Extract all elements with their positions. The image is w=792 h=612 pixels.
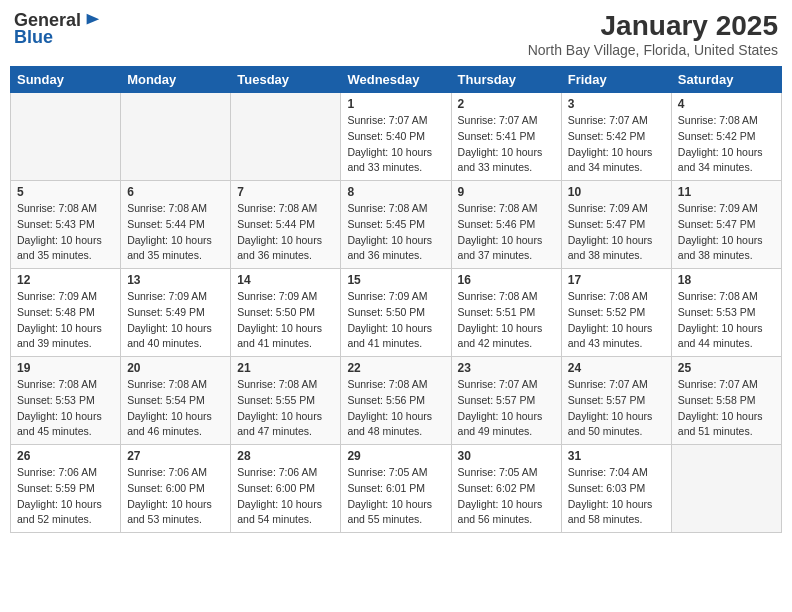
weekday-header-row: SundayMondayTuesdayWednesdayThursdayFrid… <box>11 67 782 93</box>
day-info: Sunrise: 7:06 AMSunset: 5:59 PMDaylight:… <box>17 465 114 528</box>
weekday-header-tuesday: Tuesday <box>231 67 341 93</box>
day-number: 24 <box>568 361 665 375</box>
calendar-cell: 16Sunrise: 7:08 AMSunset: 5:51 PMDayligh… <box>451 269 561 357</box>
day-number: 6 <box>127 185 224 199</box>
day-info: Sunrise: 7:08 AMSunset: 5:44 PMDaylight:… <box>127 201 224 264</box>
day-number: 30 <box>458 449 555 463</box>
calendar-cell: 24Sunrise: 7:07 AMSunset: 5:57 PMDayligh… <box>561 357 671 445</box>
calendar-cell: 18Sunrise: 7:08 AMSunset: 5:53 PMDayligh… <box>671 269 781 357</box>
day-info: Sunrise: 7:09 AMSunset: 5:49 PMDaylight:… <box>127 289 224 352</box>
day-number: 25 <box>678 361 775 375</box>
calendar-cell: 11Sunrise: 7:09 AMSunset: 5:47 PMDayligh… <box>671 181 781 269</box>
day-info: Sunrise: 7:09 AMSunset: 5:47 PMDaylight:… <box>568 201 665 264</box>
day-number: 31 <box>568 449 665 463</box>
day-number: 2 <box>458 97 555 111</box>
calendar-cell: 17Sunrise: 7:08 AMSunset: 5:52 PMDayligh… <box>561 269 671 357</box>
calendar-cell: 21Sunrise: 7:08 AMSunset: 5:55 PMDayligh… <box>231 357 341 445</box>
day-info: Sunrise: 7:09 AMSunset: 5:47 PMDaylight:… <box>678 201 775 264</box>
day-number: 16 <box>458 273 555 287</box>
calendar-cell <box>231 93 341 181</box>
title-block: January 2025 North Bay Village, Florida,… <box>528 10 778 58</box>
calendar-cell: 31Sunrise: 7:04 AMSunset: 6:03 PMDayligh… <box>561 445 671 533</box>
calendar-cell: 5Sunrise: 7:08 AMSunset: 5:43 PMDaylight… <box>11 181 121 269</box>
calendar-cell: 13Sunrise: 7:09 AMSunset: 5:49 PMDayligh… <box>121 269 231 357</box>
calendar-cell <box>11 93 121 181</box>
calendar-cell: 3Sunrise: 7:07 AMSunset: 5:42 PMDaylight… <box>561 93 671 181</box>
day-info: Sunrise: 7:08 AMSunset: 5:54 PMDaylight:… <box>127 377 224 440</box>
day-info: Sunrise: 7:05 AMSunset: 6:02 PMDaylight:… <box>458 465 555 528</box>
logo-flag-icon <box>83 12 101 30</box>
day-number: 4 <box>678 97 775 111</box>
page-header: General Blue January 2025 North Bay Vill… <box>10 10 782 58</box>
day-info: Sunrise: 7:09 AMSunset: 5:50 PMDaylight:… <box>237 289 334 352</box>
day-number: 18 <box>678 273 775 287</box>
calendar-cell: 7Sunrise: 7:08 AMSunset: 5:44 PMDaylight… <box>231 181 341 269</box>
calendar-cell: 20Sunrise: 7:08 AMSunset: 5:54 PMDayligh… <box>121 357 231 445</box>
calendar-cell: 27Sunrise: 7:06 AMSunset: 6:00 PMDayligh… <box>121 445 231 533</box>
day-info: Sunrise: 7:07 AMSunset: 5:40 PMDaylight:… <box>347 113 444 176</box>
day-number: 3 <box>568 97 665 111</box>
day-info: Sunrise: 7:08 AMSunset: 5:45 PMDaylight:… <box>347 201 444 264</box>
day-number: 23 <box>458 361 555 375</box>
day-number: 11 <box>678 185 775 199</box>
weekday-header-saturday: Saturday <box>671 67 781 93</box>
day-number: 9 <box>458 185 555 199</box>
calendar-cell: 9Sunrise: 7:08 AMSunset: 5:46 PMDaylight… <box>451 181 561 269</box>
day-number: 21 <box>237 361 334 375</box>
calendar-cell: 25Sunrise: 7:07 AMSunset: 5:58 PMDayligh… <box>671 357 781 445</box>
day-number: 10 <box>568 185 665 199</box>
day-info: Sunrise: 7:09 AMSunset: 5:50 PMDaylight:… <box>347 289 444 352</box>
day-info: Sunrise: 7:08 AMSunset: 5:55 PMDaylight:… <box>237 377 334 440</box>
calendar-cell: 14Sunrise: 7:09 AMSunset: 5:50 PMDayligh… <box>231 269 341 357</box>
calendar-cell: 2Sunrise: 7:07 AMSunset: 5:41 PMDaylight… <box>451 93 561 181</box>
calendar-week-row: 5Sunrise: 7:08 AMSunset: 5:43 PMDaylight… <box>11 181 782 269</box>
weekday-header-wednesday: Wednesday <box>341 67 451 93</box>
calendar-cell: 28Sunrise: 7:06 AMSunset: 6:00 PMDayligh… <box>231 445 341 533</box>
day-number: 8 <box>347 185 444 199</box>
day-number: 26 <box>17 449 114 463</box>
calendar-cell: 22Sunrise: 7:08 AMSunset: 5:56 PMDayligh… <box>341 357 451 445</box>
day-info: Sunrise: 7:08 AMSunset: 5:52 PMDaylight:… <box>568 289 665 352</box>
day-number: 20 <box>127 361 224 375</box>
day-info: Sunrise: 7:08 AMSunset: 5:44 PMDaylight:… <box>237 201 334 264</box>
calendar-subtitle: North Bay Village, Florida, United State… <box>528 42 778 58</box>
calendar-cell: 19Sunrise: 7:08 AMSunset: 5:53 PMDayligh… <box>11 357 121 445</box>
day-number: 28 <box>237 449 334 463</box>
calendar-week-row: 12Sunrise: 7:09 AMSunset: 5:48 PMDayligh… <box>11 269 782 357</box>
day-number: 7 <box>237 185 334 199</box>
calendar-cell: 4Sunrise: 7:08 AMSunset: 5:42 PMDaylight… <box>671 93 781 181</box>
day-number: 19 <box>17 361 114 375</box>
day-info: Sunrise: 7:08 AMSunset: 5:53 PMDaylight:… <box>678 289 775 352</box>
calendar-table: SundayMondayTuesdayWednesdayThursdayFrid… <box>10 66 782 533</box>
weekday-header-monday: Monday <box>121 67 231 93</box>
calendar-title: January 2025 <box>528 10 778 42</box>
weekday-header-sunday: Sunday <box>11 67 121 93</box>
calendar-cell: 12Sunrise: 7:09 AMSunset: 5:48 PMDayligh… <box>11 269 121 357</box>
day-info: Sunrise: 7:08 AMSunset: 5:42 PMDaylight:… <box>678 113 775 176</box>
day-info: Sunrise: 7:08 AMSunset: 5:51 PMDaylight:… <box>458 289 555 352</box>
logo: General Blue <box>14 10 101 48</box>
day-number: 1 <box>347 97 444 111</box>
day-info: Sunrise: 7:08 AMSunset: 5:46 PMDaylight:… <box>458 201 555 264</box>
day-number: 27 <box>127 449 224 463</box>
calendar-cell: 6Sunrise: 7:08 AMSunset: 5:44 PMDaylight… <box>121 181 231 269</box>
day-info: Sunrise: 7:07 AMSunset: 5:58 PMDaylight:… <box>678 377 775 440</box>
svg-marker-0 <box>87 13 100 24</box>
day-info: Sunrise: 7:07 AMSunset: 5:57 PMDaylight:… <box>568 377 665 440</box>
calendar-cell: 1Sunrise: 7:07 AMSunset: 5:40 PMDaylight… <box>341 93 451 181</box>
calendar-cell: 26Sunrise: 7:06 AMSunset: 5:59 PMDayligh… <box>11 445 121 533</box>
calendar-cell: 30Sunrise: 7:05 AMSunset: 6:02 PMDayligh… <box>451 445 561 533</box>
day-info: Sunrise: 7:05 AMSunset: 6:01 PMDaylight:… <box>347 465 444 528</box>
day-number: 12 <box>17 273 114 287</box>
day-info: Sunrise: 7:06 AMSunset: 6:00 PMDaylight:… <box>237 465 334 528</box>
calendar-cell: 23Sunrise: 7:07 AMSunset: 5:57 PMDayligh… <box>451 357 561 445</box>
calendar-cell <box>671 445 781 533</box>
calendar-cell: 8Sunrise: 7:08 AMSunset: 5:45 PMDaylight… <box>341 181 451 269</box>
day-number: 5 <box>17 185 114 199</box>
day-info: Sunrise: 7:07 AMSunset: 5:57 PMDaylight:… <box>458 377 555 440</box>
day-info: Sunrise: 7:08 AMSunset: 5:56 PMDaylight:… <box>347 377 444 440</box>
weekday-header-friday: Friday <box>561 67 671 93</box>
day-number: 15 <box>347 273 444 287</box>
day-info: Sunrise: 7:09 AMSunset: 5:48 PMDaylight:… <box>17 289 114 352</box>
day-info: Sunrise: 7:06 AMSunset: 6:00 PMDaylight:… <box>127 465 224 528</box>
